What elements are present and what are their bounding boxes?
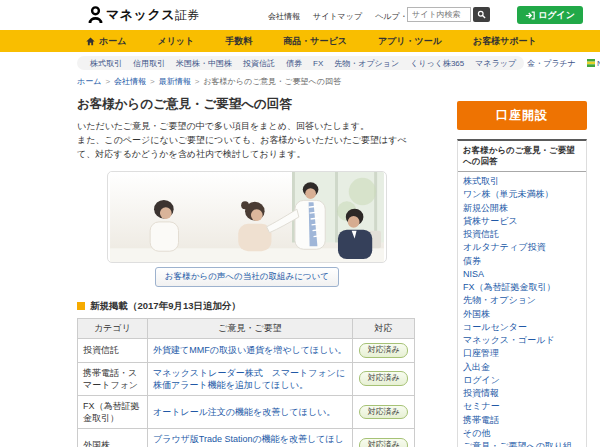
sidebar-link[interactable]: コールセンター: [463, 322, 581, 333]
sidebar-link-item: コールセンター: [458, 321, 586, 334]
breadcrumb-link[interactable]: ホーム: [77, 76, 101, 87]
sidebar-link[interactable]: その他: [463, 428, 581, 439]
main-column: お客様からのご意見・ご要望への回答 いただいたご意見・ご要望の中で多い項目をまと…: [77, 87, 415, 447]
sidebar-link[interactable]: 口座管理: [463, 348, 581, 359]
col-header-category: カテゴリ: [78, 318, 148, 338]
sidebar-link-item: ログイン: [458, 374, 586, 387]
breadcrumb-separator: >: [195, 77, 200, 86]
sidebar-link[interactable]: オルタナティブ投資: [463, 242, 581, 253]
sidebar-link[interactable]: 入出金: [463, 362, 581, 373]
sidebar-link[interactable]: 外国株: [463, 309, 581, 320]
login-button[interactable]: ログイン: [517, 6, 583, 24]
sidebar-link[interactable]: 債券: [463, 256, 581, 267]
subnav-item[interactable]: くりっく株365: [410, 58, 464, 69]
sidebar-link-item: 投資信託: [458, 228, 586, 241]
sidebar-link-item: 口座管理: [458, 347, 586, 360]
content-area: お客様からのご意見・ご要望への回答 いただいたご意見・ご要望の中で多い項目をまと…: [77, 87, 587, 447]
search-input[interactable]: [407, 7, 471, 22]
sidebar-link-item: オルタナティブ投資: [458, 241, 586, 254]
request-cell: ブラウザ版Trade Stationの機能を改善してほしい。: [148, 429, 353, 447]
nav-item[interactable]: メリット: [157, 35, 194, 48]
sidebar-link[interactable]: ワン株（単元未満株）: [463, 189, 581, 200]
sidebar: 口座開設 お客様からのご意見・ご要望への回答 株式取引ワン株（単元未満株）新規公…: [457, 87, 587, 447]
subnav-item[interactable]: 債券: [286, 58, 302, 69]
feedback-table-head: カテゴリ ご意見・ご要望 対応: [78, 318, 415, 338]
open-account-button[interactable]: 口座開設: [457, 101, 587, 130]
subnav-item[interactable]: 金・プラチナ: [527, 58, 576, 69]
sidebar-link[interactable]: ご意見・ご要望への取り組みについて: [463, 441, 581, 447]
sidebar-link-item: マネックス・ゴールド: [458, 334, 586, 347]
site-search: [407, 7, 490, 22]
sidebar-link-item: FX（為替証拠金取引）: [458, 281, 586, 294]
sidebar-link[interactable]: マネックス・ゴールド: [463, 335, 581, 346]
subnav-item[interactable]: 投資信託: [243, 58, 275, 69]
sidebar-link-item: 株式取引: [458, 175, 586, 188]
request-cell: マネックストレーダー株式 スマートフォンに株価アラート機能を追加してほしい。: [148, 362, 353, 395]
nav-item[interactable]: お客様サポート: [473, 35, 537, 48]
sidebar-link[interactable]: FX（為替証拠金取引）: [463, 282, 581, 293]
subnav-item[interactable]: FX: [313, 59, 323, 68]
section-heading: 新規掲載 （2017年9月13日追加分）: [77, 300, 415, 313]
search-button[interactable]: [473, 7, 490, 22]
table-row: 外国株 ブラウザ版Trade Stationの機能を改善してほしい。 対応済み: [78, 429, 415, 447]
sidebar-link[interactable]: ログイン: [463, 375, 581, 386]
sidebar-link[interactable]: 先物・オプション: [463, 295, 581, 306]
brand-logo[interactable]: マネックス証券: [88, 5, 199, 24]
sidebar-link[interactable]: セミナー: [463, 401, 581, 412]
status-badge: 対応済み: [359, 343, 407, 358]
col-header-status: 対応: [353, 318, 415, 338]
sidebar-link[interactable]: 貸株サービス: [463, 216, 581, 227]
login-arrow-icon: [525, 11, 535, 20]
subnav-item[interactable]: 先物・オプション: [334, 58, 399, 69]
table-row: FX（為替証拠金取引） オートレール注文の機能を改善してほしい。 対応済み: [78, 395, 415, 428]
sidebar-link[interactable]: 投資信託: [463, 229, 581, 240]
sidebar-link-item: 外国株: [458, 308, 586, 321]
breadcrumb: ホーム>会社情報>最新情報> お客様からのご意見・ご要望への回答: [77, 76, 600, 87]
section-bullet-icon: [77, 302, 85, 310]
utility-link[interactable]: 会社情報: [268, 11, 300, 22]
sidebar-link[interactable]: 投資情報: [463, 388, 581, 399]
sidebar-link-item: セミナー: [458, 400, 586, 413]
sidebar-menu: お客様からのご意見・ご要望への回答 株式取引ワン株（単元未満株）新規公開株貸株サ…: [457, 139, 587, 447]
sidebar-link[interactable]: 新規公開株: [463, 203, 581, 214]
nav-item[interactable]: 手数料: [225, 35, 252, 48]
request-link[interactable]: オートレール注文の機能を改善してほしい。: [153, 407, 335, 417]
sidebar-link-item: NISA: [458, 268, 586, 281]
category-cell: FX（為替証拠金取引）: [78, 395, 148, 428]
status-cell: 対応済み: [353, 429, 415, 447]
nav-item[interactable]: アプリ・ツール: [378, 35, 442, 48]
intro-text: いただいたご意見・ご要望の中で多い項目をまとめ、回答いたします。 また、このペー…: [77, 120, 415, 162]
subnav-item-nisa[interactable]: NISA: [587, 59, 600, 68]
photo-block: お客様からの声への当社の取組みについて: [107, 171, 387, 287]
col-header-request: ご意見・ご要望: [148, 318, 353, 338]
subnav-item[interactable]: 株式取引: [90, 58, 122, 69]
subnav-item[interactable]: 信用取引: [133, 58, 165, 69]
utility-link[interactable]: サイトマップ: [313, 11, 362, 22]
customer-voice-button[interactable]: お客様からの声への当社の取組みについて: [155, 267, 339, 287]
feedback-table-body: 投資信託 外貨建てMMFの取扱い通貨を増やしてほしい。 対応済み 携帯電話・スマ…: [78, 338, 415, 447]
status-cell: 対応済み: [353, 395, 415, 428]
home-icon: [86, 37, 95, 46]
monex-person-icon: [88, 6, 103, 24]
sidebar-link-item: 入出金: [458, 361, 586, 374]
subnav-item[interactable]: 米国株・中国株: [176, 58, 232, 69]
category-cell: 携帯電話・スマートフォン: [78, 362, 148, 395]
category-cell: 投資信託: [78, 338, 148, 362]
request-link[interactable]: 外貨建てMMFの取扱い通貨を増やしてほしい。: [153, 345, 347, 355]
sidebar-link-item: 貸株サービス: [458, 215, 586, 228]
status-cell: 対応済み: [353, 362, 415, 395]
breadcrumb-link[interactable]: 会社情報: [114, 76, 146, 87]
request-link[interactable]: ブラウザ版Trade Stationの機能を改善してほしい。: [153, 434, 344, 447]
feedback-table: カテゴリ ご意見・ご要望 対応 投資信託 外貨建てMMFの取扱い通貨を増やしてほ…: [77, 318, 415, 447]
subnav-item[interactable]: マネラップ: [475, 58, 516, 69]
sidebar-link[interactable]: NISA: [463, 269, 581, 280]
sidebar-link[interactable]: 携帯電話: [463, 415, 581, 426]
nav-item-home[interactable]: ホーム: [86, 35, 126, 48]
sidebar-link[interactable]: 株式取引: [463, 176, 581, 187]
nisa-flag-icon: [587, 59, 595, 67]
breadcrumb-link[interactable]: 最新情報: [159, 76, 191, 87]
section-date-note: （2017年9月13日追加分）: [128, 300, 241, 313]
sidebar-link-item: その他: [458, 427, 586, 440]
nav-item[interactable]: 商品・サービス: [283, 35, 347, 48]
request-link[interactable]: マネックストレーダー株式 スマートフォンに株価アラート機能を追加してほしい。: [153, 368, 345, 390]
